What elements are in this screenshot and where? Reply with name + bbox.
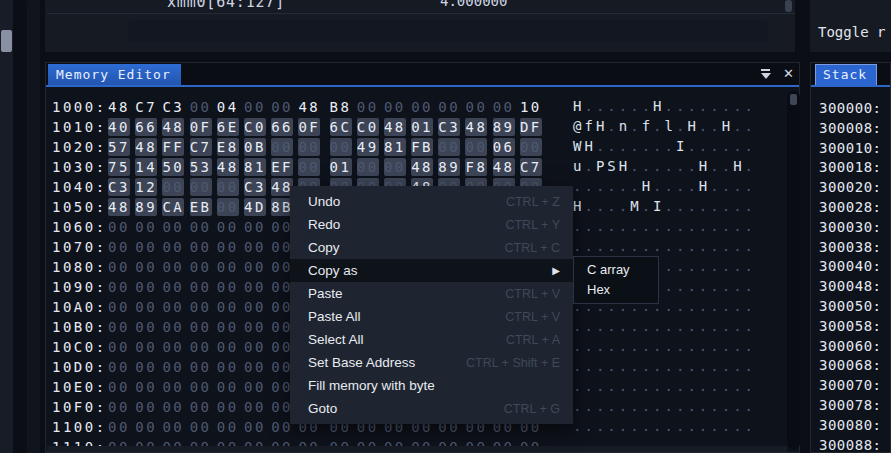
ascii-column[interactable]: H....M.I........ — [573, 198, 756, 214]
byte-cell[interactable]: 6E — [217, 118, 239, 136]
byte-cell[interactable]: 00 — [384, 98, 406, 116]
byte-cell[interactable]: 00 — [244, 278, 266, 296]
byte-cell[interactable]: 00 — [190, 338, 212, 356]
byte-cell[interactable]: E8 — [217, 138, 239, 156]
byte-cell[interactable]: 00 — [190, 418, 212, 436]
menu-item-goto[interactable]: GotoCTRL + G — [290, 397, 573, 420]
memory-hscrollbar-track[interactable] — [47, 446, 787, 452]
byte-cell[interactable]: 00 — [217, 278, 239, 296]
byte-cell[interactable]: C7 — [135, 98, 157, 116]
stack-address[interactable]: 300018: — [811, 159, 882, 179]
byte-cell[interactable]: 00 — [244, 358, 266, 376]
toggle-label[interactable]: Toggle r — [818, 24, 885, 40]
byte-cell[interactable]: 81 — [384, 138, 406, 156]
byte-cell[interactable]: 00 — [244, 398, 266, 416]
byte-cell[interactable]: 00 — [135, 398, 157, 416]
byte-cell[interactable]: 40 — [108, 118, 130, 136]
byte-cell[interactable]: 00 — [217, 358, 239, 376]
byte-cell[interactable]: 00 — [244, 418, 266, 436]
menu-item-set-base-address[interactable]: Set Base AddressCTRL + Shift + E — [290, 351, 573, 374]
byte-cell[interactable]: FB — [411, 138, 433, 156]
menu-item-fill-memory-with-byte[interactable]: Fill memory with byte — [290, 374, 573, 397]
byte-cell[interactable]: 00 — [108, 238, 130, 256]
byte-cell[interactable]: 06 — [493, 138, 515, 156]
byte-cell[interactable]: 6C — [330, 118, 352, 136]
byte-cell[interactable]: 00 — [108, 378, 130, 396]
byte-cell[interactable]: 49 — [357, 138, 379, 156]
byte-cell[interactable]: 00 — [465, 138, 487, 156]
byte-cell[interactable]: 00 — [190, 98, 212, 116]
byte-cell[interactable]: 00 — [520, 138, 542, 156]
byte-cell[interactable]: 00 — [217, 298, 239, 316]
tab-memory-editor[interactable]: Memory Editor — [48, 64, 181, 85]
byte-cell[interactable]: 00 — [217, 338, 239, 356]
menu-item-redo[interactable]: RedoCTRL + Y — [290, 213, 573, 236]
byte-cell[interactable]: 00 — [217, 258, 239, 276]
byte-cell[interactable]: 00 — [135, 378, 157, 396]
byte-cell[interactable]: 0B — [244, 138, 266, 156]
byte-cell[interactable]: 00 — [190, 278, 212, 296]
byte-cell[interactable]: 10 — [520, 98, 542, 116]
ascii-column[interactable]: H......H........ — [573, 98, 756, 114]
menu-item-select-all[interactable]: Select AllCTRL + A — [290, 328, 573, 351]
byte-cell[interactable]: 66 — [135, 118, 157, 136]
byte-cell[interactable]: 00 — [135, 238, 157, 256]
sidebar-active-item[interactable] — [1, 30, 12, 52]
byte-cell[interactable]: 66 — [271, 118, 293, 136]
stack-address[interactable]: 300008: — [811, 120, 882, 140]
byte-cell[interactable]: F8 — [465, 158, 487, 176]
byte-cell[interactable]: 00 — [190, 358, 212, 376]
byte-cell[interactable]: 00 — [217, 178, 239, 196]
stack-address[interactable]: 300058: — [811, 318, 882, 338]
byte-cell[interactable]: 00 — [438, 98, 460, 116]
ascii-column[interactable]: ................ — [573, 238, 756, 254]
memory-scrollbar-track[interactable] — [787, 91, 800, 449]
byte-cell[interactable]: 00 — [244, 98, 266, 116]
stack-address[interactable]: 300030: — [811, 219, 882, 239]
stack-address[interactable]: 300038: — [811, 239, 882, 259]
stack-address[interactable]: 300020: — [811, 179, 882, 199]
byte-cell[interactable]: C3 — [162, 98, 184, 116]
stack-address[interactable]: 300010: — [811, 140, 882, 160]
ascii-column[interactable]: @fH.n.f.l.H..H.. — [573, 118, 756, 134]
byte-cell[interactable]: 48 — [135, 138, 157, 156]
byte-cell[interactable]: 00 — [244, 258, 266, 276]
byte-cell[interactable]: 00 — [190, 318, 212, 336]
byte-cell[interactable]: 00 — [135, 318, 157, 336]
byte-cell[interactable]: 00 — [135, 358, 157, 376]
byte-cell[interactable]: 0F — [190, 118, 212, 136]
byte-cell[interactable]: EB — [190, 198, 212, 216]
byte-cell[interactable]: 00 — [465, 98, 487, 116]
byte-cell[interactable]: 00 — [217, 378, 239, 396]
ascii-column[interactable]: ................ — [573, 378, 756, 394]
byte-cell[interactable]: 00 — [162, 238, 184, 256]
ascii-column[interactable]: u.PSH......H..H. — [573, 158, 756, 174]
byte-cell[interactable]: 00 — [162, 278, 184, 296]
ascii-column[interactable]: WH.......I...... — [573, 138, 756, 154]
byte-cell[interactable]: 00 — [190, 238, 212, 256]
byte-cell[interactable]: 48 — [465, 118, 487, 136]
byte-cell[interactable]: C3 — [244, 178, 266, 196]
left-scrollbar[interactable] — [27, 0, 40, 453]
byte-cell[interactable]: 00 — [135, 278, 157, 296]
byte-cell[interactable]: 00 — [217, 398, 239, 416]
byte-cell[interactable]: 00 — [108, 258, 130, 276]
byte-cell[interactable]: 00 — [162, 358, 184, 376]
byte-cell[interactable]: 00 — [190, 258, 212, 276]
byte-cell[interactable]: 00 — [244, 298, 266, 316]
byte-cell[interactable]: B8 — [330, 98, 352, 116]
byte-cell[interactable]: 00 — [108, 278, 130, 296]
byte-cell[interactable]: 00 — [244, 238, 266, 256]
byte-cell[interactable]: 12 — [135, 178, 157, 196]
byte-cell[interactable]: 00 — [162, 318, 184, 336]
byte-cell[interactable]: 48 — [108, 98, 130, 116]
byte-cell[interactable]: 00 — [384, 158, 406, 176]
stack-address[interactable]: 300040: — [811, 258, 882, 278]
byte-cell[interactable]: 00 — [330, 138, 352, 156]
menu-item-copy-as[interactable]: Copy as▶ — [290, 259, 573, 282]
register-row-highlight[interactable] — [128, 20, 768, 42]
submenu-item-c-array[interactable]: C array — [574, 260, 658, 280]
byte-cell[interactable]: 00 — [108, 338, 130, 356]
byte-cell[interactable]: 00 — [135, 258, 157, 276]
byte-cell[interactable]: 75 — [108, 158, 130, 176]
